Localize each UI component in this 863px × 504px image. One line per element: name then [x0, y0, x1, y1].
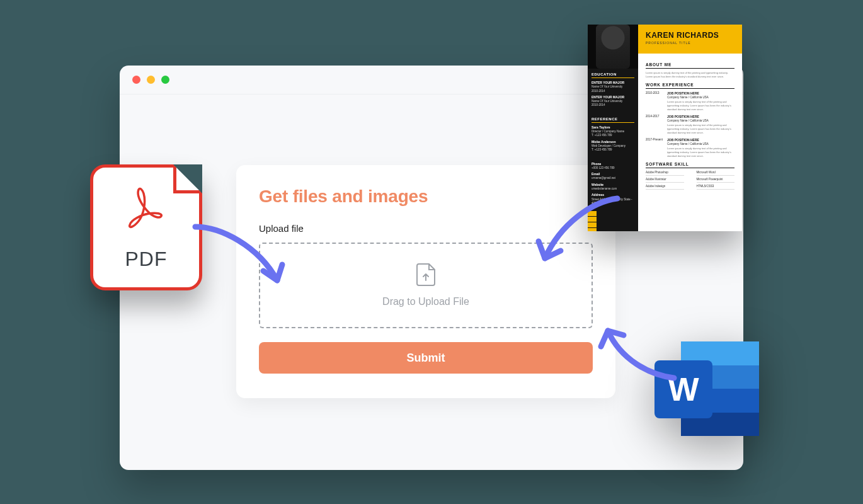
word-badge-icon: W [654, 360, 712, 418]
education-item: ENTER YOUR MAJOR Name Of Your University… [592, 95, 634, 108]
resume-title: PROFESSIONAL TITLE [646, 41, 734, 45]
resume-sidebar: EDUCATION ENTER YOUR MAJOR Name Of Your … [588, 25, 638, 231]
file-upload-icon [416, 263, 435, 289]
work-item: 2014-2017 JOB POSITION HERE Company Name… [646, 115, 734, 135]
submit-button[interactable]: Submit [259, 342, 593, 374]
resume-header: KAREN RICHARDS PROFESSIONAL TITLE [638, 25, 742, 54]
about-heading: ABOUT ME [646, 62, 734, 69]
reference-heading: REFERENCE [592, 117, 634, 123]
education-item: ENTER YOUR MAJOR Name Of Your University… [592, 81, 634, 93]
skill-item: HTML5/CSS3 [697, 185, 735, 190]
resume-file-tile: EDUCATION ENTER YOUR MAJOR Name Of Your … [588, 25, 742, 231]
window-maximize-icon[interactable] [161, 76, 169, 84]
page-fold-icon [173, 164, 202, 193]
avatar-icon [596, 25, 630, 69]
dropzone-text: Drag to Upload File [382, 296, 469, 307]
work-item: 2017-Present JOB POSITION HERE Company N… [646, 138, 734, 158]
education-heading: EDUCATION [592, 72, 634, 78]
reference-item: Micke Anderson Web Developer / Company T… [592, 140, 634, 152]
contact-item: Emailurname@gmail.net [592, 172, 634, 181]
resume-photo [588, 25, 638, 69]
skill-item: Adobe Indesign [646, 185, 684, 190]
about-text: Lorem ipsum is simply dummy text of the … [646, 71, 734, 79]
card-title: Get files and images [259, 186, 593, 207]
skill-item: Adobe Photoshop [646, 171, 684, 176]
upload-card: Get files and images Upload file Drag to… [236, 165, 615, 398]
window-minimize-icon[interactable] [147, 76, 155, 84]
contact-item: AddressStreet Address here, City State -… [592, 193, 634, 205]
contact-item: Phone+000 123 456 789 [592, 162, 634, 171]
reference-item: Sara Taylore Director / Company Name T: … [592, 125, 634, 138]
decorative-bars [588, 211, 638, 231]
file-dropzone[interactable]: Drag to Upload File [259, 243, 593, 328]
word-file-tile: W [654, 341, 759, 436]
pdf-file-tile: PDF [90, 164, 202, 290]
resume-main: KAREN RICHARDS PROFESSIONAL TITLE ABOUT … [638, 25, 742, 231]
work-heading: WORK EXPERIENCE [646, 83, 734, 89]
window-close-icon[interactable] [132, 76, 140, 84]
adobe-pdf-icon [123, 185, 169, 236]
pdf-label: PDF [125, 248, 168, 271]
skill-item: Adobe Illustrator [646, 178, 684, 183]
work-item: 2010-2013 JOB POSITION HERE Company Name… [646, 91, 734, 112]
skill-item: Microsoft Word [697, 171, 735, 176]
skills-heading: SOFTWARE SKILL [646, 162, 734, 168]
resume-name: KAREN RICHARDS [646, 31, 734, 40]
contact-item: Websiteurwebsitename.com [592, 183, 634, 192]
skill-item: Microsoft Powerpoint [697, 178, 735, 183]
upload-field-label: Upload file [259, 223, 593, 234]
